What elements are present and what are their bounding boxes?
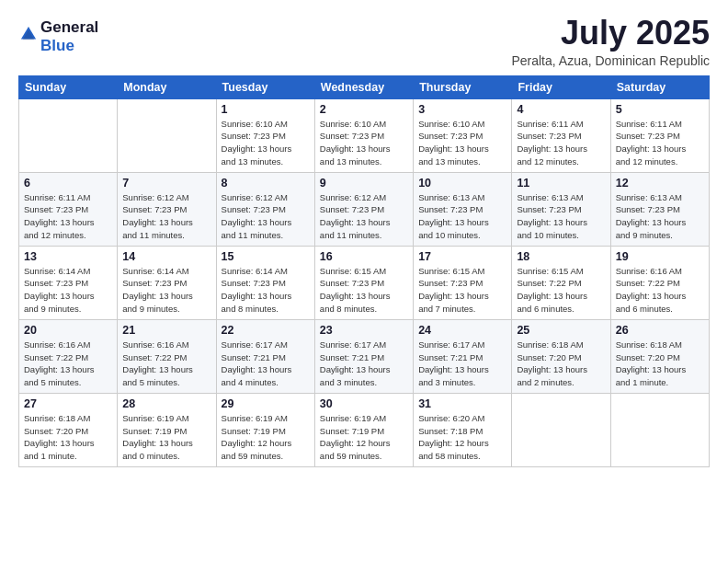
calendar-cell: 19Sunrise: 6:16 AM Sunset: 7:22 PM Dayli… [610, 246, 709, 319]
day-info: Sunrise: 6:11 AM Sunset: 7:23 PM Dayligh… [517, 118, 605, 168]
day-info: Sunrise: 6:19 AM Sunset: 7:19 PM Dayligh… [222, 412, 310, 463]
day-info: Sunrise: 6:18 AM Sunset: 7:20 PM Dayligh… [616, 339, 704, 389]
col-header-tuesday: Tuesday [216, 75, 314, 98]
day-number: 15 [222, 250, 310, 263]
day-number: 5 [616, 103, 704, 116]
week-row: 27Sunrise: 6:18 AM Sunset: 7:20 PM Dayli… [19, 393, 710, 466]
day-number: 28 [122, 397, 210, 410]
calendar-cell: 14Sunrise: 6:14 AM Sunset: 7:23 PM Dayli… [118, 246, 216, 319]
day-info: Sunrise: 6:13 AM Sunset: 7:23 PM Dayligh… [418, 191, 506, 242]
calendar-cell: 4Sunrise: 6:11 AM Sunset: 7:23 PM Daylig… [512, 98, 610, 172]
day-info: Sunrise: 6:11 AM Sunset: 7:23 PM Dayligh… [24, 191, 112, 242]
day-info: Sunrise: 6:16 AM Sunset: 7:22 PM Dayligh… [616, 265, 704, 316]
day-info: Sunrise: 6:17 AM Sunset: 7:21 PM Dayligh… [320, 339, 408, 389]
header-row: SundayMondayTuesdayWednesdayThursdayFrid… [19, 75, 710, 98]
calendar-cell: 7Sunrise: 6:12 AM Sunset: 7:23 PM Daylig… [118, 172, 216, 246]
col-header-thursday: Thursday [414, 75, 512, 98]
day-number: 25 [517, 324, 605, 337]
day-info: Sunrise: 6:13 AM Sunset: 7:23 PM Dayligh… [616, 191, 704, 242]
calendar-cell: 28Sunrise: 6:19 AM Sunset: 7:19 PM Dayli… [118, 393, 216, 466]
day-number: 27 [24, 397, 112, 410]
day-info: Sunrise: 6:17 AM Sunset: 7:21 PM Dayligh… [222, 339, 310, 389]
calendar-cell: 23Sunrise: 6:17 AM Sunset: 7:21 PM Dayli… [314, 319, 413, 393]
day-number: 8 [222, 177, 310, 190]
day-info: Sunrise: 6:11 AM Sunset: 7:23 PM Dayligh… [616, 118, 704, 168]
day-number: 26 [616, 324, 704, 337]
day-number: 7 [122, 177, 210, 190]
week-row: 13Sunrise: 6:14 AM Sunset: 7:23 PM Dayli… [19, 246, 710, 319]
calendar-cell: 9Sunrise: 6:12 AM Sunset: 7:23 PM Daylig… [314, 172, 413, 246]
day-number: 6 [24, 177, 112, 190]
col-header-saturday: Saturday [610, 75, 709, 98]
calendar-cell: 2Sunrise: 6:10 AM Sunset: 7:23 PM Daylig… [314, 98, 413, 172]
calendar-cell [19, 98, 118, 172]
calendar-cell [512, 393, 610, 466]
day-number: 13 [24, 250, 112, 263]
day-info: Sunrise: 6:12 AM Sunset: 7:23 PM Dayligh… [122, 191, 210, 242]
calendar-cell: 26Sunrise: 6:18 AM Sunset: 7:20 PM Dayli… [610, 319, 709, 393]
week-row: 1Sunrise: 6:10 AM Sunset: 7:23 PM Daylig… [19, 98, 710, 172]
calendar-cell: 29Sunrise: 6:19 AM Sunset: 7:19 PM Dayli… [216, 393, 314, 466]
day-number: 19 [616, 250, 704, 263]
day-number: 12 [616, 177, 704, 190]
page: General Blue July 2025 Peralta, Azua, Do… [0, 0, 728, 563]
calendar-cell: 3Sunrise: 6:10 AM Sunset: 7:23 PM Daylig… [414, 98, 512, 172]
calendar-cell: 8Sunrise: 6:12 AM Sunset: 7:23 PM Daylig… [216, 172, 314, 246]
day-number: 10 [418, 177, 506, 190]
day-number: 16 [320, 250, 408, 263]
day-info: Sunrise: 6:19 AM Sunset: 7:19 PM Dayligh… [122, 412, 210, 463]
day-info: Sunrise: 6:18 AM Sunset: 7:20 PM Dayligh… [24, 412, 112, 463]
calendar-cell: 1Sunrise: 6:10 AM Sunset: 7:23 PM Daylig… [216, 98, 314, 172]
calendar-cell: 18Sunrise: 6:15 AM Sunset: 7:22 PM Dayli… [512, 246, 610, 319]
day-number: 2 [320, 103, 408, 116]
day-info: Sunrise: 6:18 AM Sunset: 7:20 PM Dayligh… [517, 339, 605, 389]
col-header-sunday: Sunday [19, 75, 118, 98]
day-info: Sunrise: 6:16 AM Sunset: 7:22 PM Dayligh… [24, 339, 112, 389]
calendar-cell: 22Sunrise: 6:17 AM Sunset: 7:21 PM Dayli… [216, 319, 314, 393]
calendar-cell [118, 98, 216, 172]
calendar-cell: 13Sunrise: 6:14 AM Sunset: 7:23 PM Dayli… [19, 246, 118, 319]
day-info: Sunrise: 6:10 AM Sunset: 7:23 PM Dayligh… [222, 118, 310, 168]
day-info: Sunrise: 6:12 AM Sunset: 7:23 PM Dayligh… [222, 191, 310, 242]
day-info: Sunrise: 6:10 AM Sunset: 7:23 PM Dayligh… [320, 118, 408, 168]
calendar-cell: 11Sunrise: 6:13 AM Sunset: 7:23 PM Dayli… [512, 172, 610, 246]
week-row: 20Sunrise: 6:16 AM Sunset: 7:22 PM Dayli… [19, 319, 710, 393]
day-info: Sunrise: 6:14 AM Sunset: 7:23 PM Dayligh… [222, 265, 310, 316]
day-number: 30 [320, 397, 408, 410]
day-number: 3 [418, 103, 506, 116]
logo-blue: Blue [40, 37, 98, 55]
calendar-cell: 10Sunrise: 6:13 AM Sunset: 7:23 PM Dayli… [414, 172, 512, 246]
calendar-cell: 16Sunrise: 6:15 AM Sunset: 7:23 PM Dayli… [314, 246, 413, 319]
week-row: 6Sunrise: 6:11 AM Sunset: 7:23 PM Daylig… [19, 172, 710, 246]
col-header-friday: Friday [512, 75, 610, 98]
day-info: Sunrise: 6:20 AM Sunset: 7:18 PM Dayligh… [418, 412, 506, 463]
calendar-cell: 30Sunrise: 6:19 AM Sunset: 7:19 PM Dayli… [314, 393, 413, 466]
day-number: 17 [418, 250, 506, 263]
day-number: 22 [222, 324, 310, 337]
day-number: 9 [320, 177, 408, 190]
calendar-cell: 20Sunrise: 6:16 AM Sunset: 7:22 PM Dayli… [19, 319, 118, 393]
day-number: 21 [122, 324, 210, 337]
day-number: 24 [418, 324, 506, 337]
day-info: Sunrise: 6:15 AM Sunset: 7:23 PM Dayligh… [418, 265, 506, 316]
day-info: Sunrise: 6:14 AM Sunset: 7:23 PM Dayligh… [122, 265, 210, 316]
calendar-cell: 24Sunrise: 6:17 AM Sunset: 7:21 PM Dayli… [414, 319, 512, 393]
day-number: 18 [517, 250, 605, 263]
day-info: Sunrise: 6:16 AM Sunset: 7:22 PM Dayligh… [122, 339, 210, 389]
calendar-cell: 31Sunrise: 6:20 AM Sunset: 7:18 PM Dayli… [414, 393, 512, 466]
title-block: July 2025 Peralta, Azua, Dominican Repub… [511, 15, 710, 68]
day-number: 4 [517, 103, 605, 116]
subtitle: Peralta, Azua, Dominican Republic [511, 53, 710, 68]
header: General Blue July 2025 Peralta, Azua, Do… [18, 15, 710, 68]
day-info: Sunrise: 6:17 AM Sunset: 7:21 PM Dayligh… [418, 339, 506, 389]
logo-general: General [40, 18, 98, 37]
month-title: July 2025 [511, 15, 710, 52]
day-number: 29 [222, 397, 310, 410]
calendar-cell: 15Sunrise: 6:14 AM Sunset: 7:23 PM Dayli… [216, 246, 314, 319]
day-info: Sunrise: 6:13 AM Sunset: 7:23 PM Dayligh… [517, 191, 605, 242]
calendar-cell: 12Sunrise: 6:13 AM Sunset: 7:23 PM Dayli… [610, 172, 709, 246]
day-number: 14 [122, 250, 210, 263]
calendar-cell: 27Sunrise: 6:18 AM Sunset: 7:20 PM Dayli… [19, 393, 118, 466]
logo: General Blue [18, 18, 98, 54]
day-info: Sunrise: 6:15 AM Sunset: 7:23 PM Dayligh… [320, 265, 408, 316]
